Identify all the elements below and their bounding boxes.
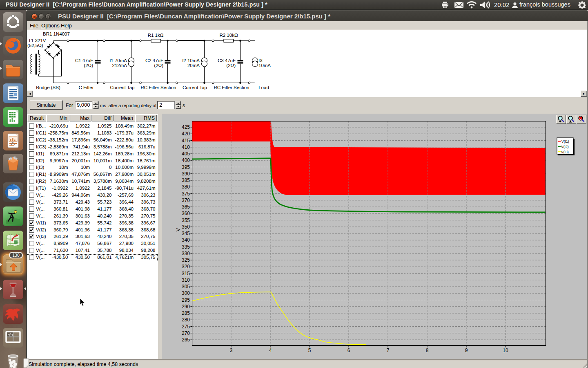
svg-text:420: 420 [182,131,190,137]
svg-text:20mA: 20mA [187,63,200,68]
svg-text:8: 8 [426,348,429,353]
svg-text:335: 335 [182,244,190,250]
svg-text:290: 290 [182,304,190,310]
svg-text:V(I1): V(I1) [561,139,569,144]
svg-text:300: 300 [182,290,190,296]
svg-text:10: 10 [503,348,508,353]
svg-text:(2Ω): (2Ω) [84,63,93,68]
svg-text:212mA: 212mA [112,63,127,68]
svg-text:I1 70mA: I1 70mA [109,58,127,63]
svg-text:330: 330 [182,251,190,256]
svg-text:7: 7 [387,348,390,353]
svg-text:385: 385 [182,177,190,183]
svg-text:325: 325 [182,257,190,263]
svg-text:I3: I3 [258,58,263,63]
svg-text:395: 395 [182,164,190,170]
svg-text:Load: Load [258,85,269,90]
svg-text:315: 315 [182,271,190,276]
svg-text:10mA: 10mA [258,63,271,68]
svg-text:350: 350 [182,224,190,230]
svg-text:4: 4 [269,348,272,353]
svg-text:6: 6 [347,348,350,353]
svg-text:280: 280 [182,317,190,323]
svg-text:C1 47uF: C1 47uF [75,58,93,63]
svg-text:(52,5Ω): (52,5Ω) [27,43,43,48]
svg-text:410: 410 [182,144,190,150]
svg-text:295: 295 [182,297,190,303]
svg-text:RC Filter Section: RC Filter Section [141,85,176,90]
svg-text:C Filter: C Filter [78,85,94,90]
svg-text:415: 415 [182,138,190,144]
svg-text:R1 1kΩ: R1 1kΩ [148,33,164,38]
svg-text:V(I3): V(I3) [561,150,569,154]
svg-text:R2 10kΩ: R2 10kΩ [219,33,238,38]
svg-text:Current Tap: Current Tap [110,85,135,90]
svg-text:3: 3 [230,348,233,353]
svg-text:BR1 1N4007: BR1 1N4007 [43,31,70,36]
svg-text:320: 320 [182,264,190,269]
svg-text:265: 265 [182,337,190,343]
svg-text:340: 340 [182,237,190,243]
svg-text:V: V [176,228,181,231]
svg-text:5: 5 [308,348,311,353]
svg-text:360: 360 [182,211,190,216]
svg-text:Bridge (SS): Bridge (SS) [36,85,60,90]
svg-text:390: 390 [182,171,190,177]
svg-text:270: 270 [182,330,190,336]
svg-text:T1 321V: T1 321V [28,38,46,43]
svg-text:(2Ω): (2Ω) [154,63,163,68]
svg-text:425: 425 [182,124,190,130]
svg-text:305: 305 [182,284,190,289]
svg-text:380: 380 [182,184,190,190]
svg-text:285: 285 [182,310,190,316]
svg-text:V(I2): V(I2) [561,145,569,149]
svg-text:RC Filter Section: RC Filter Section [214,85,249,90]
svg-text:C3 47uF: C3 47uF [218,58,236,63]
svg-text:405: 405 [182,151,190,157]
svg-text:275: 275 [182,324,190,330]
svg-text:365: 365 [182,204,190,210]
svg-text:310: 310 [182,277,190,283]
svg-text:C2 47uF: C2 47uF [145,58,163,63]
svg-text:355: 355 [182,218,190,223]
svg-text:I2 10mA: I2 10mA [182,58,200,63]
svg-text:375: 375 [182,191,190,197]
svg-text:Current Tap: Current Tap [183,85,207,90]
svg-text:370: 370 [182,197,190,203]
svg-text:(2Ω): (2Ω) [226,63,236,68]
svg-text:345: 345 [182,231,190,236]
svg-text:400: 400 [182,157,190,163]
svg-text:9: 9 [465,348,468,353]
